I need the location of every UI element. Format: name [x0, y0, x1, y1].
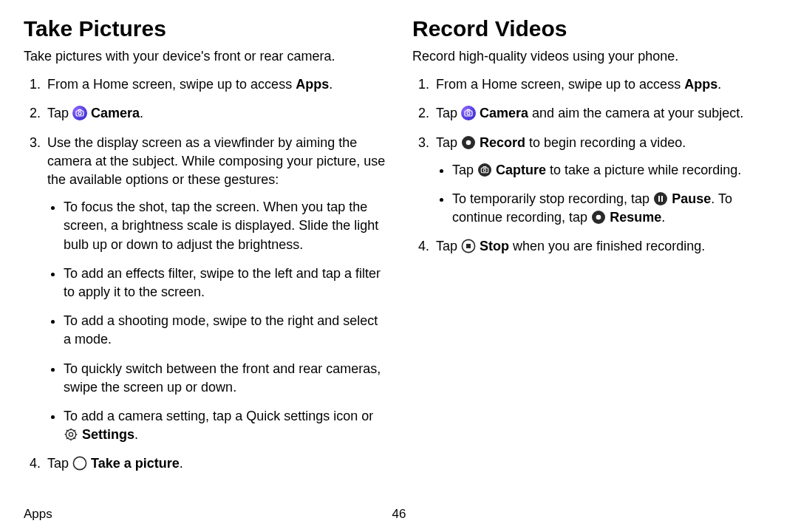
pause-label: Pause: [672, 191, 711, 206]
step-text-tail: and aim the camera at your subject.: [528, 106, 743, 120]
bullet-camera-setting: To add a camera setting, tap a Quick set…: [64, 407, 386, 444]
svg-point-4: [66, 429, 75, 439]
step-3-tap-record: Tap Record to begin recording a video. T…: [433, 134, 774, 228]
settings-icon: [64, 427, 78, 442]
bullet-switch-cameras: To quickly switch between the front and …: [64, 360, 386, 397]
step-text: Tap: [436, 135, 461, 150]
camera-icon: [72, 106, 87, 120]
step-text-tail: when you are finished recording.: [509, 239, 705, 253]
record-label: Record: [480, 135, 525, 150]
step-3-viewfinder: Use the display screen as a viewfinder b…: [44, 134, 386, 445]
step-text: Tap: [436, 106, 461, 120]
svg-rect-20: [466, 244, 471, 248]
content-columns: Take Pictures Take pictures with your de…: [24, 16, 774, 483]
apps-label: Apps: [296, 77, 329, 92]
step-text-tail: .: [329, 77, 332, 92]
bullet-pause-resume: To temporarily stop recording, tap Pause…: [452, 190, 774, 227]
section-take-pictures-header: Take Pictures Take pictures with your de…: [24, 16, 386, 65]
steps-take-pictures: From a Home screen, swipe up to access A…: [24, 75, 386, 473]
bullet-text: To temporarily stop recording, tap: [452, 191, 653, 206]
bullet-focus-shot: To focus the shot, tap the screen. When …: [64, 198, 386, 254]
step-text-tail: to begin recording a video.: [525, 135, 686, 150]
stop-icon: [461, 239, 476, 253]
bullet-text: Tap: [452, 163, 477, 177]
svg-rect-16: [661, 196, 663, 202]
step-text-tail: .: [180, 456, 183, 471]
step-text: Tap: [47, 456, 72, 471]
step-2-tap-camera-aim: Tap Camer: [433, 104, 774, 123]
camera-label: Camera: [480, 106, 528, 120]
heading-take-pictures: Take Pictures: [24, 16, 386, 41]
manual-page: Take Pictures Take pictures with your de…: [0, 0, 798, 532]
shutter-icon: [72, 456, 87, 471]
svg-point-18: [596, 215, 601, 220]
svg-point-5: [73, 457, 86, 470]
camera-label: Camera: [91, 106, 140, 120]
camera-icon: [461, 106, 476, 120]
settings-label: Settings: [82, 427, 134, 442]
bullet-text-tail: .: [134, 427, 138, 442]
svg-point-11: [478, 163, 491, 177]
bullet-capture-while-recording: Tap Capture to take a picture while reco…: [452, 161, 774, 180]
svg-point-0: [72, 106, 87, 120]
intro-record-videos: Record high-quality videos using your ph…: [412, 47, 774, 65]
step-1-access-apps: From a Home screen, swipe up to access A…: [433, 75, 774, 94]
stop-label: Stop: [480, 239, 509, 253]
resume-icon: [591, 210, 606, 225]
intro-take-pictures: Take pictures with your device's front o…: [24, 47, 386, 65]
heading-record-videos: Record Videos: [412, 16, 774, 41]
bullet-text: To add a camera setting, tap a Quick set…: [64, 409, 373, 423]
page-footer: Apps 46: [24, 507, 774, 522]
svg-point-3: [69, 432, 72, 436]
capture-label: Capture: [496, 163, 546, 177]
step-1-access-apps: From a Home screen, swipe up to access A…: [44, 75, 386, 94]
svg-point-14: [654, 192, 667, 205]
steps-record-videos: From a Home screen, swipe up to access A…: [412, 75, 774, 256]
footer-section: Apps: [24, 507, 52, 522]
step-2-tap-camera: Tap Camer: [44, 104, 386, 123]
section-record-videos-header: Record Videos Record high-quality videos…: [412, 16, 774, 65]
step-text: Tap: [47, 106, 72, 120]
step-text-tail: .: [717, 77, 721, 92]
step-4-tap-stop: Tap Stop when you are finished recording…: [433, 237, 774, 256]
resume-label: Resume: [610, 210, 661, 225]
step-4-take-picture: Tap Take a picture.: [44, 454, 386, 473]
step-text: Tap: [436, 239, 461, 253]
capture-icon: [477, 163, 492, 177]
pause-icon: [653, 191, 668, 206]
bullet-text-tail: .: [661, 210, 665, 225]
svg-point-10: [466, 140, 471, 145]
bullet-shooting-mode: To add a shooting mode, swipe to the rig…: [64, 312, 386, 349]
step-3-bullets: To focus the shot, tap the screen. When …: [47, 198, 386, 444]
apps-label: Apps: [684, 77, 717, 92]
step-text: From a Home screen, swipe up to access: [47, 77, 296, 92]
step-text: From a Home screen, swipe up to access: [436, 77, 684, 92]
step-text-tail: .: [140, 106, 143, 120]
svg-point-6: [461, 106, 476, 120]
record-icon: [461, 135, 476, 150]
svg-rect-15: [658, 196, 660, 202]
bullet-effects-filter: To add an effects filter, swipe to the l…: [64, 265, 386, 301]
take-picture-label: Take a picture: [91, 456, 180, 471]
footer-page-number: 46: [392, 507, 406, 522]
step-3-bullets: Tap Capture to take a picture while reco…: [436, 161, 774, 228]
step-text: Use the display screen as a viewfinder b…: [47, 135, 385, 187]
bullet-text-tail: to take a picture while recording.: [546, 163, 741, 177]
